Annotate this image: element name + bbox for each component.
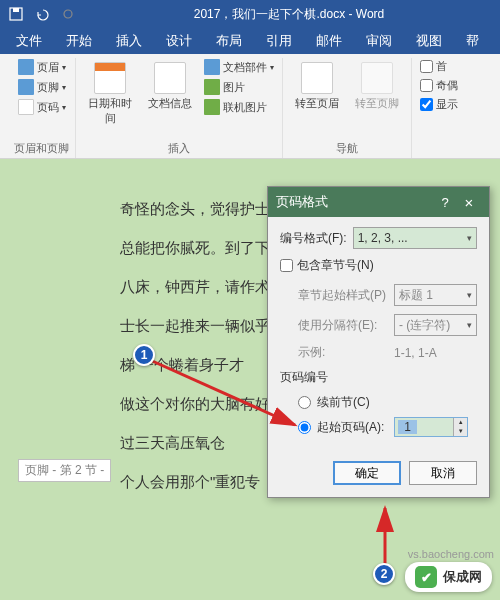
tab-help[interactable]: 帮 xyxy=(454,28,491,54)
svg-rect-1 xyxy=(13,8,19,12)
footer-icon xyxy=(18,79,34,95)
date-time-button[interactable]: 日期和时间 xyxy=(82,58,138,139)
dialog-title: 页码格式 xyxy=(276,193,433,211)
tab-references[interactable]: 引用 xyxy=(254,28,304,54)
doc-info-icon xyxy=(154,62,186,94)
goto-footer-icon xyxy=(361,62,393,94)
goto-footer-button[interactable]: 转至页脚 xyxy=(349,58,405,139)
shield-icon: ✔ xyxy=(415,566,437,588)
tab-file[interactable]: 文件 xyxy=(4,28,54,54)
source-badge: ✔ 保成网 xyxy=(405,562,492,592)
page-number-format-dialog: 页码格式 ? × 编号格式(F): 1, 2, 3, ...▾ 包含章节号(N)… xyxy=(267,186,490,498)
calendar-icon xyxy=(94,62,126,94)
chapter-style-label: 章节起始样式(P) xyxy=(298,287,388,304)
tab-mailings[interactable]: 邮件 xyxy=(304,28,354,54)
online-pictures-button[interactable]: 联机图片 xyxy=(202,98,276,116)
tab-view[interactable]: 视图 xyxy=(404,28,454,54)
number-format-select[interactable]: 1, 2, 3, ...▾ xyxy=(353,227,477,249)
example-label: 示例: xyxy=(298,344,388,361)
goto-header-button[interactable]: 转至页眉 xyxy=(289,58,345,139)
svg-point-2 xyxy=(64,10,72,18)
picture-icon xyxy=(204,79,220,95)
group-options: 首 奇偶 显示 xyxy=(412,58,466,158)
group-header-footer: 页眉 ▾ 页脚 ▾ 页码 ▾ 页眉和页脚 xyxy=(8,58,76,158)
header-icon xyxy=(18,59,34,75)
footer-button[interactable]: 页脚 ▾ xyxy=(16,78,68,96)
online-picture-icon xyxy=(204,99,220,115)
start-at-radio[interactable]: 起始页码(A): 1 ▲▼ xyxy=(280,417,477,437)
group-label: 导航 xyxy=(336,139,358,158)
doc-info-button[interactable]: 文档信息 xyxy=(142,58,198,139)
first-page-diff-check[interactable]: 首 xyxy=(418,58,460,75)
header-button[interactable]: 页眉 ▾ xyxy=(16,58,68,76)
start-at-spinner[interactable]: 1 ▲▼ xyxy=(394,417,468,437)
quick-parts-button[interactable]: 文档部件 ▾ xyxy=(202,58,276,76)
tab-layout[interactable]: 布局 xyxy=(204,28,254,54)
footer-section-label: 页脚 - 第 2 节 - xyxy=(18,459,111,482)
chevron-down-icon: ▾ xyxy=(467,320,472,330)
chapter-style-select: 标题 1▾ xyxy=(394,284,477,306)
close-icon[interactable]: × xyxy=(457,194,481,211)
separator-select: - (连字符)▾ xyxy=(394,314,477,336)
undo-icon[interactable] xyxy=(34,6,50,22)
dialog-titlebar[interactable]: 页码格式 ? × xyxy=(268,187,489,217)
cancel-button[interactable]: 取消 xyxy=(409,461,477,485)
spinner-buttons[interactable]: ▲▼ xyxy=(453,418,467,436)
example-value: 1-1, 1-A xyxy=(394,346,437,360)
page-number-icon xyxy=(18,99,34,115)
annotation-marker-2: 2 xyxy=(373,563,395,585)
help-icon[interactable]: ? xyxy=(433,195,457,210)
chevron-down-icon: ▾ xyxy=(467,290,472,300)
group-label: 页眉和页脚 xyxy=(14,139,69,158)
ribbon-tabs: 文件 开始 插入 设计 布局 引用 邮件 审阅 视图 帮 xyxy=(0,28,500,54)
show-doc-text-check[interactable]: 显示 xyxy=(418,96,460,113)
chevron-down-icon: ▾ xyxy=(467,233,472,243)
annotation-marker-1: 1 xyxy=(133,344,155,366)
parts-icon xyxy=(204,59,220,75)
ok-button[interactable]: 确定 xyxy=(333,461,401,485)
number-format-label: 编号格式(F): xyxy=(280,230,347,247)
ribbon: 页眉 ▾ 页脚 ▾ 页码 ▾ 页眉和页脚 日期和时间 文档信息 文档部件 ▾ 图… xyxy=(0,54,500,159)
tab-design[interactable]: 设计 xyxy=(154,28,204,54)
watermark: vs.baocheng.com xyxy=(408,548,494,560)
odd-even-diff-check[interactable]: 奇偶 xyxy=(418,77,460,94)
tab-insert[interactable]: 插入 xyxy=(104,28,154,54)
goto-header-icon xyxy=(301,62,333,94)
page-number-button[interactable]: 页码 ▾ xyxy=(16,98,68,116)
page-numbering-section: 页码编号 xyxy=(280,369,477,386)
separator-label: 使用分隔符(E): xyxy=(298,317,388,334)
quick-access-toolbar: 2017，我们一起下个棋.docx - Word xyxy=(0,0,500,28)
save-icon[interactable] xyxy=(8,6,24,22)
group-navigation: 转至页眉 转至页脚 导航 xyxy=(283,58,412,158)
tab-review[interactable]: 审阅 xyxy=(354,28,404,54)
window-title: 2017，我们一起下个棋.docx - Word xyxy=(86,6,492,23)
group-label: 插入 xyxy=(168,139,190,158)
dialog-body: 编号格式(F): 1, 2, 3, ...▾ 包含章节号(N) 章节起始样式(P… xyxy=(268,217,489,453)
redo-icon[interactable] xyxy=(60,6,76,22)
include-chapter-checkbox[interactable]: 包含章节号(N) xyxy=(280,257,477,274)
continue-previous-radio[interactable]: 续前节(C) xyxy=(280,394,477,411)
pictures-button[interactable]: 图片 xyxy=(202,78,276,96)
tab-home[interactable]: 开始 xyxy=(54,28,104,54)
group-insert: 日期和时间 文档信息 文档部件 ▾ 图片 联机图片 插入 xyxy=(76,58,283,158)
